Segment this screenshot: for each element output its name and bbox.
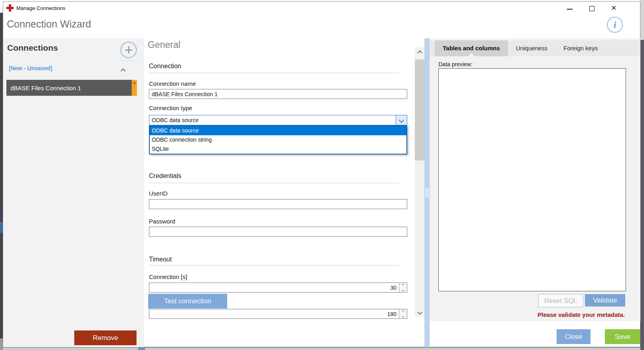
command-timeout-input[interactable] (149, 309, 407, 319)
stepper-down-icon[interactable] (399, 288, 407, 293)
background-window-left-edge (0, 0, 3, 350)
vertical-scrollbar[interactable] (415, 47, 424, 317)
remove-button[interactable]: Remove (74, 330, 137, 345)
background-right-top (640, 0, 644, 40)
divider (149, 183, 399, 183)
tab-foreign-keys[interactable]: Foreign keys (555, 40, 606, 56)
background-bottom-accent (138, 348, 145, 350)
connection-name-input[interactable] (149, 89, 407, 99)
connection-section-label: Connection (149, 63, 181, 70)
divider (149, 265, 399, 265)
userid-input[interactable] (149, 199, 407, 209)
data-preview-label: Data preview: (438, 61, 473, 67)
dropdown-option-odbc-data-source[interactable]: ODBC data source (150, 126, 406, 135)
dropdown-option-sqlite[interactable]: SQLite (150, 144, 406, 154)
app-cross-icon (6, 4, 14, 12)
background-left-accent (0, 222, 3, 233)
divider (149, 73, 399, 73)
add-connection-button[interactable] (120, 42, 137, 58)
general-heading: General (148, 40, 180, 50)
page-title: Connection Wizard (7, 18, 91, 30)
background-window-bottom-edge (3, 347, 640, 350)
connection-timeout-label: Connection [s] (149, 273, 187, 280)
modified-asterisk-icon: * (133, 81, 135, 88)
window-title: Manage Connections (16, 5, 65, 11)
command-timeout-stepper (149, 309, 407, 319)
validation-message: Please validate your metadata. (538, 311, 625, 318)
connection-type-label: Connection type (149, 105, 192, 111)
background-left-bottom (0, 338, 3, 350)
connection-name-label: Connection name (149, 80, 196, 87)
validate-button[interactable]: Validate (585, 294, 625, 306)
password-input[interactable] (149, 227, 407, 237)
test-connection-button[interactable]: Test connection (148, 294, 227, 308)
screen: Manage Connections × Connection Wizard i… (0, 0, 644, 350)
scroll-up-icon[interactable] (415, 47, 424, 58)
data-preview-area (438, 68, 626, 291)
stepper-up-icon[interactable] (399, 309, 407, 314)
maximize-icon[interactable] (589, 6, 594, 11)
scrollbar-thumb[interactable] (415, 59, 424, 160)
connection-group-label[interactable]: [New - Unsaved] (9, 65, 52, 71)
save-button[interactable]: Save (605, 329, 640, 344)
userid-label: UserID (149, 190, 168, 197)
dropdown-option-odbc-connection-string[interactable]: ODBC connection string (150, 135, 406, 144)
scroll-down-icon[interactable] (415, 307, 424, 317)
chevron-down-icon[interactable] (396, 115, 407, 125)
divider (120, 61, 141, 61)
stepper-down-icon[interactable] (399, 314, 407, 319)
connection-type-select[interactable]: ODBC data source (149, 115, 407, 125)
timeout-section-label: Timeout (149, 256, 172, 263)
stepper-up-icon[interactable] (399, 283, 407, 288)
stepper-buttons (399, 283, 407, 292)
connection-list-item[interactable]: dBASE Files Connection 1 * (6, 80, 137, 96)
connections-sidebar: Connections [New - Unsaved] dBASE Files … (4, 38, 144, 347)
splitter-grip-icon (426, 188, 428, 198)
connection-timeout-input[interactable] (149, 283, 407, 293)
tab-uniqueness[interactable]: Uniqueness (508, 40, 555, 56)
minimize-icon[interactable] (567, 9, 573, 10)
reset-sql-button[interactable]: Reset SQL (538, 294, 583, 307)
close-icon[interactable]: × (611, 2, 616, 14)
connection-type-dropdown-list: ODBC data source ODBC connection string … (149, 125, 407, 154)
panel-splitter[interactable] (424, 38, 430, 347)
info-icon[interactable]: i (607, 17, 623, 33)
modified-strip: * (132, 80, 137, 96)
manage-connections-window: Manage Connections × Connection Wizard i… (3, 1, 640, 347)
metadata-panel: Tables and columns Uniqueness Foreign ke… (430, 38, 640, 321)
close-button[interactable]: Close (557, 329, 590, 344)
credentials-section-label: Credentials (149, 172, 181, 180)
chevron-up-icon[interactable] (121, 67, 125, 74)
sidebar-heading: Connections (7, 43, 58, 53)
connection-item-label: dBASE Files Connection 1 (6, 80, 132, 96)
metadata-tabstrip: Tables and columns Uniqueness Foreign ke… (430, 40, 640, 56)
background-window-right-edge (640, 40, 644, 350)
tab-tables-and-columns[interactable]: Tables and columns (435, 40, 508, 56)
background-left-top (0, 0, 3, 13)
password-label: Password (149, 218, 175, 225)
connection-type-value: ODBC data source (149, 115, 396, 125)
connection-timeout-stepper (149, 283, 407, 293)
stepper-buttons (399, 309, 407, 318)
